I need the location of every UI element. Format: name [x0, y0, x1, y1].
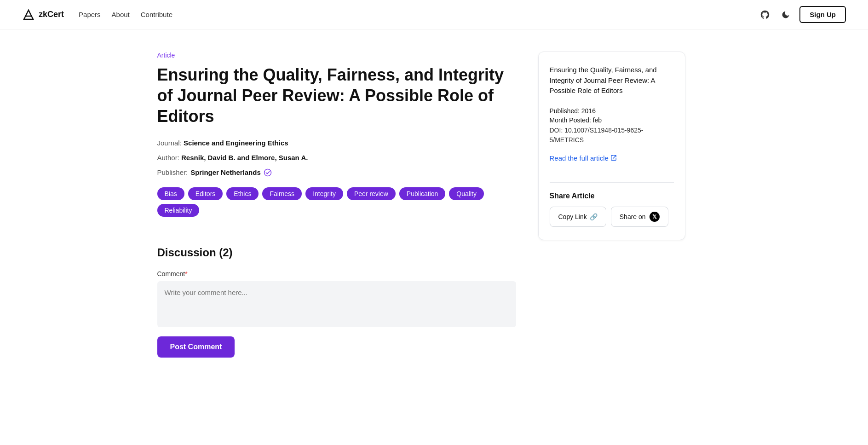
- github-icon-button[interactable]: [758, 8, 772, 22]
- discussion-section: Discussion (2) Comment* Post Comment: [157, 246, 516, 358]
- required-star: *: [185, 270, 187, 277]
- navbar-left: zkCert Papers About Contribute: [22, 8, 172, 21]
- sidebar-month: Month Posted: feb: [550, 116, 674, 124]
- svg-line-3: [613, 156, 616, 158]
- tag-quality[interactable]: Quality: [449, 187, 484, 200]
- tag-fairness[interactable]: Fairness: [262, 187, 302, 200]
- x-logo-icon: 𝕏: [650, 212, 660, 222]
- share-buttons: Copy Link 🔗 Share on 𝕏: [550, 207, 674, 227]
- sidebar-card: Ensuring the Quality, Fairness, and Inte…: [538, 52, 685, 240]
- sidebar-published: Published: 2016: [550, 107, 674, 115]
- papers-link[interactable]: Papers: [79, 11, 101, 18]
- moon-icon: [781, 10, 790, 19]
- signup-button[interactable]: Sign Up: [799, 6, 846, 23]
- tags-row: BiasEditorsEthicsFairnessIntegrityPeer r…: [157, 187, 516, 217]
- tag-publication[interactable]: Publication: [399, 187, 446, 200]
- logo[interactable]: zkCert: [22, 8, 64, 21]
- tag-integrity[interactable]: Integrity: [305, 187, 343, 200]
- external-link-icon: [610, 155, 617, 161]
- publisher-prefix: Publisher:: [157, 167, 188, 178]
- tag-bias[interactable]: Bias: [157, 187, 184, 200]
- verified-icon: [264, 168, 272, 177]
- share-article-label: Share Article: [550, 192, 674, 200]
- author-meta: Author: Resnik, David B. and Elmore, Sus…: [157, 152, 516, 163]
- article-sidebar: Ensuring the Quality, Fairness, and Inte…: [538, 52, 685, 358]
- share-x-button[interactable]: Share on 𝕏: [611, 207, 668, 227]
- navbar: zkCert Papers About Contribute Sign Up: [0, 0, 868, 29]
- journal-meta: Journal: Science and Engineering Ethics: [157, 138, 516, 149]
- sidebar-doi: DOI: 10.1007/S11948-015-9625-5/METRICS: [550, 126, 674, 145]
- logo-icon: [22, 8, 35, 21]
- tag-peer-review[interactable]: Peer review: [347, 187, 396, 200]
- discussion-title: Discussion (2): [157, 246, 516, 259]
- nav-links: Papers About Contribute: [79, 11, 172, 18]
- comment-input[interactable]: [157, 281, 516, 327]
- navbar-right: Sign Up: [758, 6, 846, 23]
- page-content: Article Ensuring the Quality, Fairness, …: [135, 29, 733, 394]
- article-title: Ensuring the Quality, Fairness, and Inte…: [157, 64, 516, 127]
- publisher-meta: Publisher: Springer Netherlands: [157, 167, 516, 178]
- article-label: Article: [157, 52, 516, 59]
- sidebar-month-value: feb: [593, 116, 602, 124]
- comment-label: Comment*: [157, 270, 516, 277]
- sidebar-divider: [550, 182, 674, 183]
- tag-ethics[interactable]: Ethics: [226, 187, 259, 200]
- github-icon: [760, 10, 770, 20]
- dark-mode-button[interactable]: [779, 8, 792, 21]
- contribute-link[interactable]: Contribute: [141, 11, 172, 18]
- logo-text: zkCert: [39, 10, 64, 19]
- publisher-name: Springer Netherlands: [190, 167, 261, 178]
- about-link[interactable]: About: [112, 11, 130, 18]
- sidebar-published-value: 2016: [581, 107, 596, 115]
- svg-point-2: [264, 169, 271, 176]
- tag-editors[interactable]: Editors: [188, 187, 223, 200]
- post-comment-button[interactable]: Post Comment: [157, 336, 235, 358]
- copy-link-button[interactable]: Copy Link 🔗: [550, 207, 606, 227]
- article-main: Article Ensuring the Quality, Fairness, …: [157, 52, 516, 358]
- sidebar-article-title: Ensuring the Quality, Fairness, and Inte…: [550, 65, 674, 96]
- read-full-link[interactable]: Read the full article: [550, 154, 617, 162]
- link-icon: 🔗: [590, 213, 598, 220]
- svg-marker-0: [24, 10, 33, 19]
- tag-reliability[interactable]: Reliability: [157, 204, 200, 217]
